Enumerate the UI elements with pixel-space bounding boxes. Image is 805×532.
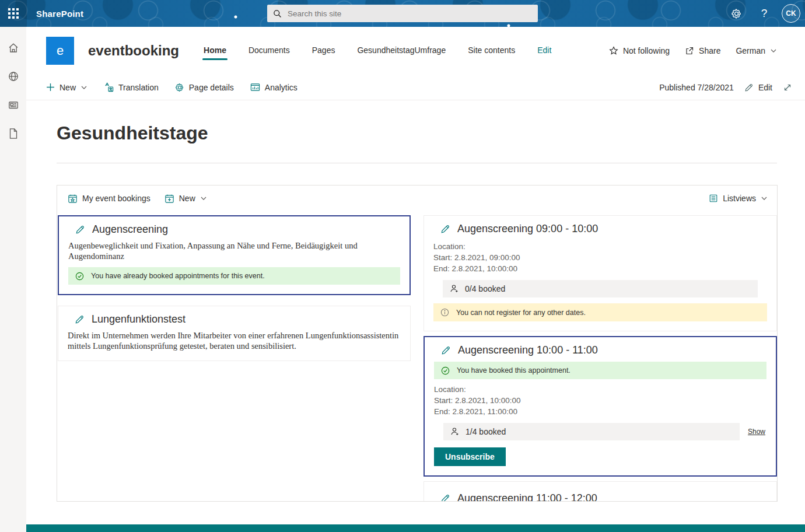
slot-card-0900-1000[interactable]: Augenscreening 09:00 - 10:00 Location: S…	[424, 215, 777, 331]
new-booking-button[interactable]: New	[164, 194, 207, 204]
language-selector[interactable]: German	[736, 46, 777, 55]
event-title: Lungenfunktionstest	[92, 313, 186, 326]
slot-start: Start: 2.8.2021, 09:00:00	[433, 252, 767, 263]
analytics-button[interactable]: Analytics	[250, 82, 298, 92]
file-icon	[8, 128, 19, 139]
booked-count-text: 0/4 booked	[465, 284, 505, 293]
listviews-selector[interactable]: Listviews	[709, 194, 768, 203]
translation-button[interactable]: Translation	[104, 82, 159, 92]
translation-icon	[104, 82, 114, 92]
share-button[interactable]: Share	[685, 46, 720, 55]
check-circle-icon	[441, 366, 450, 375]
site-logo[interactable]: e	[46, 37, 74, 65]
check-circle-icon	[75, 272, 84, 281]
person-add-icon	[450, 284, 459, 293]
plus-icon	[46, 83, 55, 92]
my-event-bookings-label: My event bookings	[82, 194, 150, 203]
person-add-icon	[450, 427, 460, 436]
booked-counter: 0/4 booked	[443, 280, 758, 298]
listviews-label: Listviews	[723, 194, 756, 203]
help-icon: ?	[761, 7, 768, 20]
slot-success-banner: You have booked this appointment.	[434, 362, 766, 379]
rail-news-button[interactable]	[4, 99, 23, 111]
slot-title: Augenscreening 11:00 - 12:00	[457, 492, 597, 502]
event-card-augenscreening[interactable]: Augenscreening Augenbeweglichkeit und Fi…	[58, 215, 411, 295]
chevron-down-icon	[761, 195, 768, 202]
pencil-icon[interactable]	[441, 345, 451, 355]
site-navigation: Home Documents Pages GesundheitstagUmfra…	[202, 42, 552, 60]
slot-title: Augenscreening 10:00 - 11:00	[458, 344, 598, 356]
pencil-icon	[744, 83, 754, 92]
slot-end: End: 2.8.2021, 10:00:00	[433, 263, 767, 274]
search-icon	[273, 9, 282, 18]
translation-label: Translation	[118, 83, 159, 92]
nav-item-pages[interactable]: Pages	[311, 42, 337, 60]
chevron-down-icon	[770, 47, 777, 54]
star-icon	[609, 46, 618, 55]
search-input[interactable]	[288, 9, 532, 18]
settings-button[interactable]	[726, 3, 747, 24]
page-details-label: Page details	[189, 83, 234, 92]
site-search[interactable]	[267, 5, 538, 22]
unsubscribe-button[interactable]: Unsubscribe	[434, 447, 506, 466]
share-icon	[685, 46, 694, 55]
rail-documents-button[interactable]	[4, 128, 23, 139]
slot-title: Augenscreening 09:00 - 10:00	[457, 223, 598, 235]
event-card-lungenfunktionstest[interactable]: Lungenfunktionstest Direkt im Unternehme…	[58, 306, 411, 361]
rail-global-button[interactable]	[4, 71, 23, 82]
chevron-down-icon	[200, 195, 207, 202]
edit-label: Edit	[758, 83, 772, 92]
page-title: Gesundheitstage	[57, 123, 805, 144]
slots-column: Augenscreening 09:00 - 10:00 Location: S…	[424, 211, 777, 502]
event-status-text: You have already booked appointments for…	[91, 272, 265, 280]
nav-item-documents[interactable]: Documents	[247, 42, 291, 60]
nav-item-site-contents[interactable]: Site contents	[467, 42, 516, 60]
nav-item-gesundheitstagumfrage[interactable]: GesundheitstagUmfrage	[356, 42, 447, 60]
new-booking-label: New	[179, 194, 195, 203]
slot-card-1000-1100[interactable]: Augenscreening 10:00 - 11:00 You have bo…	[424, 336, 777, 477]
published-status: Published 7/28/2021	[659, 83, 734, 92]
slot-end: End: 2.8.2021, 11:00:00	[434, 406, 766, 417]
site-title[interactable]: eventbooking	[88, 43, 179, 59]
language-label: German	[736, 46, 765, 55]
nav-item-home[interactable]: Home	[202, 42, 228, 60]
pencil-icon[interactable]	[75, 314, 85, 324]
app-left-rail	[0, 27, 26, 532]
slot-location: Location:	[433, 241, 767, 252]
my-event-bookings-button[interactable]: My event bookings	[68, 194, 150, 204]
page-details-button[interactable]: Page details	[175, 83, 234, 92]
help-button[interactable]: ?	[754, 3, 775, 24]
calendar-star-icon	[68, 194, 78, 204]
pencil-icon[interactable]	[440, 224, 450, 234]
follow-label: Not following	[623, 46, 670, 55]
follow-button[interactable]: Not following	[609, 46, 670, 55]
calendar-plus-icon	[164, 194, 174, 204]
rail-home-button[interactable]	[4, 42, 23, 54]
main-area: e eventbooking Home Documents Pages Gesu…	[26, 27, 805, 532]
waffle-icon	[8, 8, 19, 19]
webpart-toolbar: My event bookings New Listviews	[57, 186, 777, 211]
new-menu-button[interactable]: New	[46, 83, 88, 92]
slot-location: Location:	[434, 384, 766, 395]
page-command-bar: New Translation Page details Analytics P…	[26, 75, 805, 100]
title-divider	[57, 163, 777, 163]
event-status-banner: You have already booked appointments for…	[68, 267, 400, 285]
expand-diagonal-icon	[783, 83, 792, 92]
event-description: Direkt im Unternehmen werden Ihre Mitarb…	[68, 330, 401, 351]
edit-page-button[interactable]: Edit	[744, 83, 772, 92]
analytics-icon	[250, 82, 260, 92]
pencil-icon[interactable]	[75, 225, 85, 235]
listviews-icon	[709, 194, 718, 203]
slot-card-1100-1200[interactable]: Augenscreening 11:00 - 12:00	[424, 481, 777, 502]
pencil-icon[interactable]	[440, 494, 450, 502]
site-header: e eventbooking Home Documents Pages Gesu…	[26, 27, 805, 75]
show-link[interactable]: Show	[748, 428, 765, 436]
expand-button[interactable]	[783, 83, 792, 92]
home-icon	[8, 42, 19, 54]
slot-warning-banner: You can not register for any other dates…	[433, 303, 767, 321]
nav-edit-link[interactable]: Edit	[536, 42, 552, 60]
app-launcher-button[interactable]	[0, 0, 27, 27]
account-avatar[interactable]: CK	[782, 4, 800, 23]
slot-start: Start: 2.8.2021, 10:00:00	[434, 395, 766, 406]
suite-app-name[interactable]: SharePoint	[36, 9, 83, 19]
